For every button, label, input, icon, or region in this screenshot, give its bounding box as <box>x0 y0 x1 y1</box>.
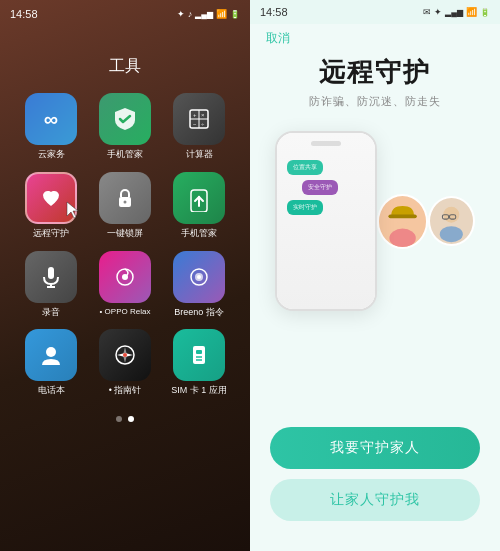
app-icon-luyin <box>25 251 77 303</box>
app-label-breeno: Breeno 指令 <box>174 307 224 318</box>
status-icons-right: ✉ ✦ ▂▄▆ 📶 🔋 <box>423 7 490 17</box>
svg-rect-11 <box>48 267 54 279</box>
signal-icon-right: ▂▄▆ <box>445 8 463 17</box>
svg-point-8 <box>124 200 127 203</box>
app-sim[interactable]: SIM 卡 1 应用 <box>167 329 231 396</box>
heart-svg <box>37 184 65 212</box>
svg-rect-30 <box>389 214 417 218</box>
battery-icon-right: 🔋 <box>480 8 490 17</box>
btn-guard-family[interactable]: 我要守护家人 <box>270 427 480 469</box>
app-label-oppo: • OPPO Relax <box>100 307 151 317</box>
dot-2[interactable] <box>128 416 134 422</box>
app-zhinanzhen[interactable]: • 指南针 <box>93 329 157 396</box>
right-panel: 14:58 ✉ ✦ ▂▄▆ 📶 🔋 取消 远程守护 防诈骗、防沉迷、防走失 位置… <box>250 0 500 551</box>
svg-point-23 <box>123 353 127 357</box>
app-icon-dianhua <box>25 329 77 381</box>
page-subtitle: 防诈骗、防沉迷、防走失 <box>309 94 441 109</box>
app-label-sim: SIM 卡 1 应用 <box>171 385 227 396</box>
bluetooth-icon: ✦ <box>177 9 185 19</box>
dot-1[interactable] <box>116 416 122 422</box>
app-icon-oppo <box>99 251 151 303</box>
time-left: 14:58 <box>10 8 38 20</box>
status-icons-left: ✦ ♪ ▂▄▆ 📶 🔋 <box>177 9 240 19</box>
contact-svg <box>37 341 65 369</box>
app-icon-zhinanzhen <box>99 329 151 381</box>
compass-svg <box>111 341 139 369</box>
wifi-icon-right: 📶 <box>466 7 477 17</box>
time-right: 14:58 <box>260 6 288 18</box>
status-bar-right: 14:58 ✉ ✦ ▂▄▆ 📶 🔋 <box>250 0 500 24</box>
btn-protected-by-family[interactable]: 让家人守护我 <box>270 479 480 521</box>
app-yuancheng[interactable]: 远程守护 <box>19 172 83 239</box>
chat-area: 位置共享 安全守护 实时守护 <box>283 156 369 219</box>
app-icon-sim <box>173 329 225 381</box>
app-label-yuancheng: 远程守护 <box>33 228 69 239</box>
avatar-figure-top <box>379 197 426 247</box>
app-shoujiguanjia[interactable]: 手机管家 <box>93 93 157 160</box>
app-yunjiawu[interactable]: ∞ 云家务 <box>19 93 83 160</box>
app-icon-jisuan: + × − ÷ <box>173 93 225 145</box>
folder-title: 工具 <box>109 56 141 77</box>
app-icon-shoujiguanjia <box>99 93 151 145</box>
cancel-button[interactable]: 取消 <box>250 30 290 47</box>
svg-text:−: − <box>193 121 197 127</box>
bluetooth-icon-right: ✦ <box>434 7 442 17</box>
lock-svg <box>111 184 139 212</box>
music-svg <box>111 263 139 291</box>
app-label-yijian: 一键锁屏 <box>107 228 143 239</box>
wifi-icon: 📶 <box>216 9 227 19</box>
shield-svg <box>111 105 139 133</box>
svg-text:+: + <box>193 112 197 118</box>
app-yijian[interactable]: 一键锁屏 <box>93 172 157 239</box>
app-label-dianhua: 电话本 <box>38 385 65 396</box>
app-label-jisuan: 计算器 <box>186 149 213 160</box>
svg-text:÷: ÷ <box>201 121 205 127</box>
app-icon-yijian <box>99 172 151 224</box>
calculator-svg: + × − ÷ <box>185 105 213 133</box>
bubble-2: 安全守护 <box>302 180 338 195</box>
app-shoujiguanjia2[interactable]: 手机管家 <box>167 172 231 239</box>
app-label-luyin: 录音 <box>42 307 60 318</box>
svg-point-29 <box>390 228 416 246</box>
music-icon: ♪ <box>188 9 193 19</box>
app-icon-shoujiguanjia2 <box>173 172 225 224</box>
svg-point-32 <box>440 226 463 242</box>
phone-screen: 位置共享 安全守护 实时守护 <box>277 133 375 309</box>
phone-frame: 位置共享 安全守护 实时守护 <box>275 131 377 311</box>
sim-svg <box>185 341 213 369</box>
app-label-shoujiguanjia: 手机管家 <box>107 149 143 160</box>
app-dianhua[interactable]: 电话本 <box>19 329 83 396</box>
battery-icon: 🔋 <box>230 10 240 19</box>
avatar-top-right <box>377 194 428 249</box>
app-luyin[interactable]: 录音 <box>19 251 83 318</box>
bottom-buttons: 我要守护家人 让家人守护我 <box>250 427 500 521</box>
app-oppo[interactable]: • OPPO Relax <box>93 251 157 318</box>
app-jisuan[interactable]: + × − ÷ 计算器 <box>167 93 231 160</box>
app-breeno[interactable]: Breeno 指令 <box>167 251 231 318</box>
svg-text:×: × <box>201 112 205 118</box>
svg-point-18 <box>197 275 201 279</box>
msg-icon: ✉ <box>423 7 431 17</box>
signal-icon: ▂▄▆ <box>195 10 213 19</box>
phone-illustration: 位置共享 安全守护 实时守护 <box>275 121 475 321</box>
mic-svg <box>37 263 65 291</box>
svg-rect-24 <box>193 346 205 364</box>
svg-rect-25 <box>196 350 202 354</box>
app-label-yunjiawu: 云家务 <box>38 149 65 160</box>
app-label-zhinanzhen: • 指南针 <box>109 385 142 396</box>
bubble-3: 实时守护 <box>287 200 323 215</box>
apps-grid: ∞ 云家务 手机管家 + × − ÷ <box>7 93 243 396</box>
app-icon-breeno <box>173 251 225 303</box>
page-dots <box>116 416 134 422</box>
breeno-svg <box>185 263 213 291</box>
page-title: 远程守护 <box>319 55 431 90</box>
svg-point-19 <box>46 347 56 357</box>
avatar-figure-bottom <box>430 196 473 244</box>
app-icon-yunjiawu: ∞ <box>25 93 77 145</box>
app-label-shoujiguanjia2: 手机管家 <box>181 228 217 239</box>
status-bar-left: 14:58 ✦ ♪ ▂▄▆ 📶 🔋 <box>0 2 250 26</box>
arrow-svg <box>185 184 213 212</box>
bubble-1: 位置共享 <box>287 160 323 175</box>
left-panel: 14:58 ✦ ♪ ▂▄▆ 📶 🔋 工具 ∞ 云家务 手机管家 <box>0 0 250 551</box>
notch <box>311 141 341 146</box>
